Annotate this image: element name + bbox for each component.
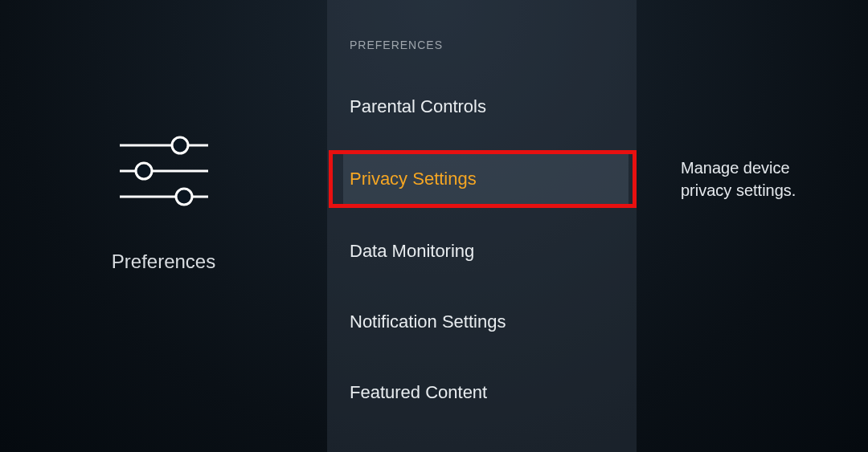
menu-panel: PREFERENCES Parental Controls Privacy Se… [327, 0, 637, 452]
menu-item-featured-content[interactable]: Featured Content [347, 369, 628, 416]
description-panel: Manage device privacy settings. [637, 0, 868, 452]
menu-item-data-monitoring[interactable]: Data Monitoring [347, 228, 628, 275]
svg-point-1 [172, 137, 188, 153]
menu-item-label: Notification Settings [350, 312, 626, 332]
category-label: Preferences [112, 250, 215, 273]
left-panel: Preferences [0, 0, 327, 452]
svg-point-3 [136, 163, 152, 179]
menu-item-label: Parental Controls [350, 96, 626, 117]
menu-item-label: Data Monitoring [350, 241, 626, 262]
menu-item-notification-settings[interactable]: Notification Settings [347, 299, 628, 345]
menu-item-label: Privacy Settings [350, 169, 622, 189]
svg-point-5 [176, 189, 192, 205]
menu-item-parental-controls[interactable]: Parental Controls [347, 83, 628, 130]
menu-item-privacy-settings[interactable]: Privacy Settings [343, 154, 628, 204]
description-text: Manage device privacy settings. [681, 157, 836, 202]
section-header: PREFERENCES [350, 39, 628, 51]
preferences-sliders-icon [112, 131, 216, 214]
menu-item-label: Featured Content [350, 382, 626, 403]
menu-item-sync-recent-content[interactable]: Sync Recent Content ON [347, 440, 628, 452]
